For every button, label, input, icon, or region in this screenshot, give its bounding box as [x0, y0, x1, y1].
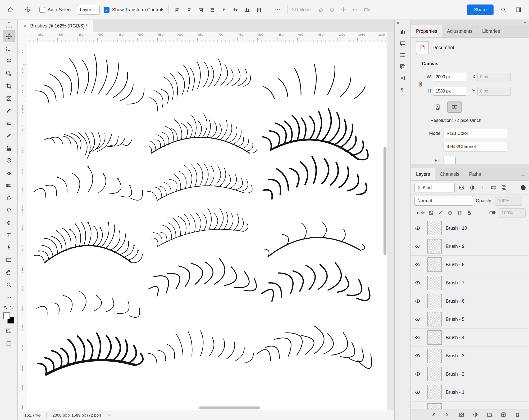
brushes-panel-icon[interactable] [397, 49, 408, 61]
layer-thumbnail[interactable] [427, 294, 442, 308]
character-panel-icon[interactable]: A [397, 73, 408, 84]
share-button[interactable]: Share [467, 4, 494, 15]
tab-properties[interactable]: Properties [411, 25, 442, 37]
new-layer-icon[interactable] [500, 411, 507, 418]
horizontal-scrollbar[interactable] [27, 406, 383, 410]
lasso-tool[interactable] [3, 55, 15, 67]
blend-mode-dropdown[interactable]: Normal [414, 196, 473, 206]
zoom-tool[interactable] [3, 279, 15, 291]
collapse-toolbar-icon[interactable]: » [8, 20, 10, 25]
clone-stamp-tool[interactable] [3, 142, 15, 154]
layer-row[interactable]: Brush - 6 [411, 292, 529, 310]
layer-row[interactable]: Brush - 3 [411, 347, 529, 365]
lock-position-icon[interactable] [447, 210, 454, 216]
layer-visibility-toggle[interactable] [411, 292, 424, 310]
layer-name[interactable]: Brush - 7 [442, 280, 464, 286]
align-bottom-edges-icon[interactable] [243, 5, 252, 14]
canvas-y-input[interactable] [477, 87, 511, 96]
vertical-ruler[interactable]: 3 0 03 5 04 0 04 5 05 0 05 5 06 0 06 5 0… [18, 42, 27, 410]
brush-tool[interactable] [3, 130, 15, 142]
layer-name[interactable]: Brush - 9 [442, 244, 464, 249]
filter-shape-layers-icon[interactable] [489, 184, 497, 191]
layer-thumbnail[interactable] [427, 276, 442, 290]
filter-kind-dropdown[interactable]: Kind [414, 183, 455, 192]
link-dimensions-icon[interactable] [415, 81, 426, 87]
layer-name[interactable]: Brush - 2 [442, 371, 464, 377]
canvas-width-input[interactable] [433, 73, 466, 81]
close-tab-icon[interactable]: × [23, 23, 26, 29]
layer-name[interactable]: Brush - 5 [442, 317, 464, 322]
layer-name[interactable]: Brush - 4 [442, 335, 464, 340]
layer-row[interactable]: Brush - 5 [411, 310, 529, 329]
layer-visibility-toggle[interactable] [411, 401, 424, 409]
layer-row[interactable]: Brush - 1 [411, 383, 529, 401]
tab-paths[interactable]: Paths [464, 168, 486, 180]
status-options-icon[interactable] [107, 413, 111, 417]
layer-name[interactable]: Brush - 6 [442, 298, 464, 304]
vertical-scrollbar[interactable] [383, 42, 387, 406]
align-right-edges-icon[interactable] [196, 5, 205, 14]
lock-all-icon[interactable] [466, 210, 473, 216]
pen-tool[interactable] [3, 216, 15, 229]
layer-visibility-toggle[interactable] [411, 237, 424, 255]
frame-tool[interactable] [3, 92, 15, 104]
lock-transparent-pixels-icon[interactable] [428, 210, 435, 216]
layer-visibility-toggle[interactable] [411, 219, 424, 237]
canvas-viewport[interactable] [27, 42, 387, 410]
comments-panel-icon[interactable] [397, 38, 408, 49]
horizontal-ruler[interactable]: 2503003504004505005506006507007508008509… [27, 32, 387, 42]
object-selection-tool[interactable] [3, 67, 15, 80]
layer-visibility-toggle[interactable] [411, 256, 424, 274]
show-transform-checkbox[interactable]: ✓ [104, 7, 110, 13]
workspace-switcher-icon[interactable] [513, 4, 524, 15]
layer-row[interactable] [411, 401, 529, 409]
eyedropper-tool[interactable] [3, 105, 15, 117]
filter-toggle[interactable] [521, 185, 526, 190]
history-brush-tool[interactable] [3, 154, 15, 167]
3d-orbit-icon[interactable] [316, 5, 325, 14]
swap-colors-icon[interactable] [9, 306, 14, 310]
link-layers-icon[interactable] [430, 411, 437, 418]
ruler-origin[interactable] [18, 32, 27, 42]
dodge-tool[interactable] [3, 204, 15, 216]
color-mode-dropdown[interactable]: RGB Color [444, 129, 507, 138]
layer-name[interactable]: Brush - 1 [442, 390, 464, 395]
blur-tool[interactable] [3, 192, 15, 204]
expand-panels-icon[interactable]: « [397, 21, 399, 25]
layer-thumbnail[interactable] [427, 367, 442, 381]
current-tool-selector[interactable] [25, 7, 35, 13]
layer-thumbnail[interactable] [427, 221, 442, 235]
distribute-horizontal-centers-icon[interactable] [254, 5, 263, 14]
filter-pixel-layers-icon[interactable] [458, 184, 466, 191]
auto-select-checkbox[interactable] [39, 7, 45, 13]
adjustment-layer-icon[interactable] [472, 411, 479, 418]
align-left-edges-icon[interactable] [173, 5, 182, 14]
layer-row[interactable]: Brush - 10 [411, 219, 529, 237]
tab-channels[interactable]: Channels [435, 168, 464, 180]
search-icon[interactable] [498, 4, 509, 15]
default-colors-icon[interactable] [4, 306, 8, 310]
type-tool[interactable] [3, 229, 15, 241]
layer-thumbnail[interactable] [427, 403, 442, 409]
home-icon[interactable] [5, 4, 16, 15]
toolbar-grip[interactable] [4, 26, 13, 29]
layer-visibility-toggle[interactable] [411, 329, 424, 347]
canvas-x-input[interactable] [477, 73, 511, 81]
layer-visibility-toggle[interactable] [411, 365, 424, 383]
fill-opacity-dropdown[interactable]: 100% [499, 208, 526, 218]
delete-layer-icon[interactable] [514, 411, 521, 418]
zoom-level-field[interactable]: 161,74% [24, 413, 40, 418]
align-horizontal-centers-icon[interactable] [185, 5, 194, 14]
align-vertical-centers-icon[interactable] [231, 5, 240, 14]
canvas-section-header[interactable]: Canvas [411, 58, 529, 70]
more-options-icon[interactable] [272, 4, 283, 15]
lock-artboard-icon[interactable] [456, 210, 463, 216]
hand-tool[interactable] [3, 266, 15, 278]
quick-mask-tool[interactable] [3, 325, 15, 337]
landscape-orientation-button[interactable] [447, 101, 462, 113]
filter-smart-objects-icon[interactable] [500, 184, 508, 191]
filter-adjustment-layers-icon[interactable] [468, 184, 476, 191]
foreground-color-swatch[interactable] [3, 312, 10, 319]
rectangle-tool[interactable] [3, 254, 15, 266]
layer-thumbnail[interactable] [427, 385, 442, 399]
